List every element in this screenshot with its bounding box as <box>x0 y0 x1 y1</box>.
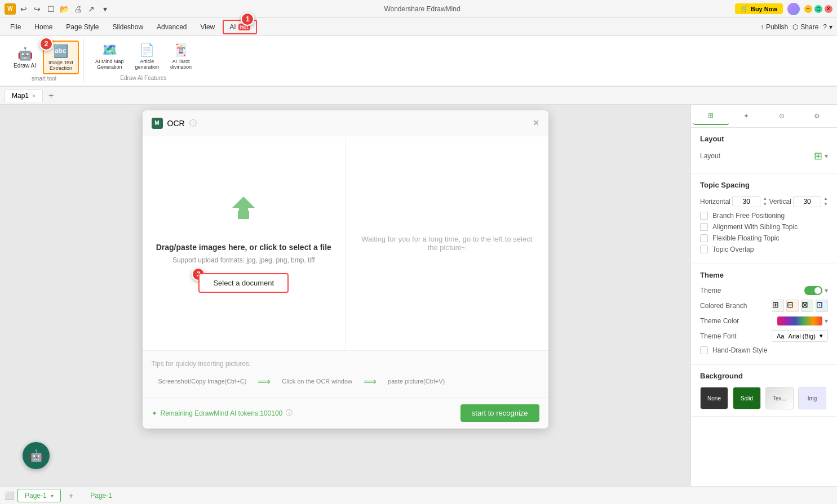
ribbon-edraw-ai-button[interactable]: 🤖 Edraw AI <box>9 41 41 74</box>
theme-label: Theme <box>700 287 721 295</box>
theme-font-dropdown[interactable]: Aa Arial (Big) ▾ <box>772 330 828 342</box>
cb-grid-icon-4[interactable]: ⊡ <box>816 300 828 312</box>
user-avatar[interactable] <box>787 3 800 15</box>
buy-now-button[interactable]: 🛒 Buy Now <box>735 3 783 14</box>
navigation-tab-icon: ⊙ <box>779 112 785 120</box>
branch-free-checkbox[interactable] <box>700 212 708 220</box>
topic-overlap-checkbox[interactable] <box>700 246 708 253</box>
theme-color-row: Theme Color ▾ <box>700 316 828 325</box>
open-file-icon[interactable]: 📂 <box>60 5 69 14</box>
ocr-tips: Tips for quickly inserting pictures: Scr… <box>143 350 548 397</box>
ocr-upload-area[interactable]: Drag/paste images here, or click to sele… <box>143 136 346 350</box>
start-recognize-button[interactable]: start to recognize <box>460 404 539 422</box>
tab-map1[interactable]: Map1 × <box>5 89 43 102</box>
page-1-view[interactable]: Page-1 <box>81 489 121 502</box>
horizontal-down-arrow[interactable]: ▼ <box>763 202 767 207</box>
bg-texture-option[interactable]: Tex... <box>765 387 794 409</box>
vertical-down-arrow[interactable]: ▼ <box>823 202 828 207</box>
ribbon-ai-features-section: 🗺️ AI Mind MapGeneration 📄 Articlegenera… <box>86 38 201 83</box>
menu-view[interactable]: View <box>194 21 220 33</box>
page-tab-1[interactable]: Page-1 ▾ <box>17 489 61 502</box>
panel-tab-navigation[interactable]: ⊙ <box>764 107 800 125</box>
alignment-sibling-checkbox[interactable] <box>700 223 708 231</box>
share-icon[interactable]: ↗ <box>87 5 96 14</box>
layout-control: ⊞ ▾ <box>814 150 828 162</box>
menu-home[interactable]: Home <box>29 21 58 33</box>
more-icon[interactable]: ▾ <box>100 5 109 14</box>
print-icon[interactable]: 🖨 <box>73 5 82 14</box>
sidebar-toggle-icon[interactable]: ⬜ <box>5 491 14 500</box>
theme-color-chevron[interactable]: ▾ <box>825 317 828 325</box>
share-icon: ⬡ <box>792 23 798 31</box>
theme-color-control: ▾ <box>777 316 828 325</box>
tarot-icon: 🃏 <box>173 43 188 57</box>
layout-grid-icon[interactable]: ⊞ <box>814 150 822 162</box>
floating-ai-button[interactable]: 🤖 <box>23 442 50 469</box>
new-file-icon[interactable]: ☐ <box>46 5 55 14</box>
ocr-header: M OCR ⓘ × <box>143 110 548 136</box>
flexible-floating-checkbox[interactable] <box>700 234 708 242</box>
page-dropdown-icon[interactable]: ▾ <box>51 493 54 499</box>
panel-tab-layout[interactable]: ⊞ <box>693 107 729 125</box>
theme-color-picker[interactable] <box>777 316 822 325</box>
panel-tab-settings[interactable]: ⚙ <box>799 107 835 125</box>
publish-button[interactable]: ↑ Publish <box>760 23 788 31</box>
bg-image-option[interactable]: Img <box>798 387 826 409</box>
maximize-button[interactable]: □ <box>814 5 822 13</box>
horizontal-up-arrow[interactable]: ▲ <box>763 196 767 202</box>
image-text-icon: 🔤 <box>53 44 68 59</box>
bg-solid-option[interactable]: Solid <box>733 387 761 409</box>
menu-file[interactable]: File <box>5 21 26 33</box>
cb-grid-icon-3[interactable]: ⊠ <box>801 300 813 312</box>
bg-none-option[interactable]: None <box>700 387 728 409</box>
tab-close-icon[interactable]: × <box>32 93 36 99</box>
layout-chevron-icon[interactable]: ▾ <box>825 152 828 160</box>
alignment-sibling-label: Alignment With Sibling Topic <box>712 223 798 231</box>
menu-ai[interactable]: AI Hot 1 <box>223 20 256 34</box>
ocr-close-button[interactable]: × <box>533 117 539 129</box>
toggle-knob <box>814 287 821 294</box>
topic-overlap-label: Topic Overlap <box>712 246 754 253</box>
add-tab-button[interactable]: + <box>44 88 58 103</box>
font-value: Arial (Big) <box>789 333 816 340</box>
vertical-input[interactable]: 30 <box>793 196 821 207</box>
undo-icon[interactable]: ↩ <box>19 5 28 14</box>
settings-tab-icon: ⚙ <box>814 112 820 120</box>
background-section-title: Background <box>700 372 828 380</box>
ai-features-label: Edraw AI Features <box>120 75 166 81</box>
publish-icon: ↑ <box>760 23 764 31</box>
canvas-area[interactable]: M OCR ⓘ × Drag/paste images here, o <box>0 105 690 486</box>
app-title: Wondershare EdrawMind <box>384 5 460 13</box>
cb-grid-icon-2[interactable]: ⊟ <box>786 300 799 312</box>
vertical-up-arrow[interactable]: ▲ <box>823 196 828 202</box>
ribbon-ai-mindmap-button[interactable]: 🗺️ AI Mind MapGeneration <box>91 41 129 72</box>
redo-icon[interactable]: ↪ <box>33 5 42 14</box>
layout-label: Layout <box>700 152 720 160</box>
ribbon-smart-tool-section: 🤖 Edraw AI 2 🔤 Image TextExtraction smar… <box>5 38 84 83</box>
menu-advanced[interactable]: Advanced <box>151 21 192 33</box>
share-button[interactable]: ⬡ Share <box>792 23 818 31</box>
title-bar-left: W ↩ ↪ ☐ 📂 🖨 ↗ ▾ <box>5 3 109 15</box>
ribbon-article-generation-button[interactable]: 📄 Articlegeneration <box>130 41 163 72</box>
layout-row: Layout ⊞ ▾ <box>700 150 828 162</box>
select-document-button[interactable]: Select a document <box>198 273 289 293</box>
colored-branch-controls: ⊞ ⊟ ⊠ ⊡ <box>772 300 828 312</box>
ribbon-ai-tarot-button[interactable]: 🃏 AI Tarotdivination <box>166 41 196 72</box>
theme-toggle[interactable] <box>804 286 822 295</box>
hand-drawn-checkbox[interactable] <box>700 346 708 354</box>
close-button[interactable]: × <box>825 5 832 13</box>
menu-page-style[interactable]: Page Style <box>60 21 104 33</box>
theme-font-label: Theme Font <box>700 332 737 340</box>
ai-mindmap-icon: 🗺️ <box>102 43 117 57</box>
theme-dropdown-icon[interactable]: ▾ <box>825 287 828 295</box>
panel-tab-style[interactable]: ✦ <box>729 107 764 125</box>
ribbon-image-text-extraction-button[interactable]: 2 🔤 Image TextExtraction <box>43 41 79 74</box>
minimize-button[interactable]: − <box>804 5 812 13</box>
horizontal-input[interactable]: 30 <box>732 196 760 207</box>
add-page-button[interactable]: + <box>64 489 78 502</box>
layout-section-title: Layout <box>700 135 828 143</box>
cb-grid-icon-1[interactable]: ⊞ <box>772 300 784 312</box>
ocr-info-icon: ⓘ <box>189 118 197 128</box>
help-button[interactable]: ? ▾ <box>823 23 832 31</box>
menu-slideshow[interactable]: Slideshow <box>107 21 149 33</box>
